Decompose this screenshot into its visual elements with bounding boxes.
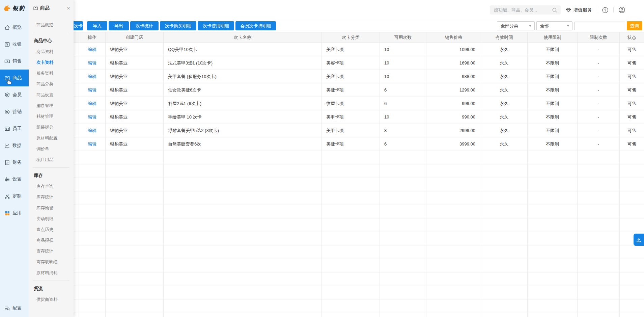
panel-item-inventory-query[interactable]: 库存查询 <box>29 181 74 192</box>
panel-item-change-detail[interactable]: 变动明细 <box>29 213 74 224</box>
import-button[interactable]: 导入 <box>87 21 107 30</box>
card-name-cell: 法式美甲3选1 (10次卡) <box>164 56 322 70</box>
limit-times-cell: - <box>578 70 620 83</box>
panel-item-stocktake-history[interactable]: 盘点历史 <box>29 224 74 235</box>
keyword-filter-input[interactable] <box>574 22 625 30</box>
table-row: 编辑 银豹美业 手绘美甲 10 次卡 美甲卡项 10 990.00 永久 不限制… <box>65 110 644 124</box>
empty-row <box>65 299 644 313</box>
validity-cell: 永久 <box>481 70 528 83</box>
yen-square-icon <box>4 42 10 47</box>
edit-link[interactable]: 编辑 <box>88 87 96 93</box>
col-header-category: 次卡分类 <box>322 32 380 43</box>
col-header-name: 次卡名称 <box>164 32 322 43</box>
sidebar-item-staff[interactable]: 员工 <box>0 120 29 137</box>
panel-item-deposit-stats[interactable]: 寄存统计 <box>29 246 74 257</box>
sidebar-item-cashier[interactable]: 收银 <box>0 36 29 53</box>
sidebar-item-sales[interactable]: 销售 <box>0 53 29 70</box>
col-header-price: 销售价格 <box>426 32 481 43</box>
value-added-services-button[interactable]: 增值服务 <box>565 7 592 13</box>
list-search-icon <box>4 306 10 311</box>
panel-item-inventory-stats[interactable]: 库存统计 <box>29 192 74 203</box>
search-icon <box>552 7 557 13</box>
usage-limit-cell: 不限制 <box>528 43 578 56</box>
category-cell: 纹眉卡项 <box>322 97 380 110</box>
sidebar-item-finance[interactable]: 财务 <box>0 154 29 171</box>
panel-item-raw-material-consumption[interactable]: 原材料消耗 <box>29 267 74 278</box>
query-button[interactable]: 查询 <box>627 21 642 30</box>
table-row: 编辑 银豹美业 QQ美甲10次卡 美容卡项 10 1099.00 永久 不限制 … <box>65 43 644 56</box>
panel-item-deposit-detail[interactable]: 寄存取明细 <box>29 257 74 267</box>
panel-item-card-data[interactable]: 次卡资料 <box>29 57 74 68</box>
sidebar-item-settings[interactable]: 设置 <box>0 171 29 188</box>
divider <box>597 7 597 12</box>
card-name-cell: QQ美甲10次卡 <box>164 43 322 56</box>
times-cell: 10 <box>380 56 426 70</box>
global-search-box[interactable] <box>490 5 561 15</box>
sidebar-item-customization[interactable]: 定制 <box>0 188 29 205</box>
sidebar-item-label: 配置 <box>12 305 22 311</box>
usage-limit-cell: 不限制 <box>528 97 578 110</box>
edit-link[interactable]: 编辑 <box>88 60 96 65</box>
limit-times-cell: - <box>578 137 620 151</box>
limit-times-cell: - <box>578 43 620 56</box>
new-card-button-clipped[interactable]: 次卡 <box>74 21 83 30</box>
card-stats-button[interactable]: 次卡统计 <box>130 21 159 30</box>
category-filter-select[interactable]: 全部分类 <box>497 21 535 30</box>
price-cell: 3999.00 <box>426 137 481 151</box>
download-float-button[interactable] <box>634 234 644 246</box>
panel-item-project-supplies[interactable]: 项目用品 <box>29 154 74 165</box>
sidebar-item-marketing[interactable]: 营销 <box>0 103 29 120</box>
panel-item-goods-data[interactable]: 商品资料 <box>29 46 74 57</box>
crossed-tools-icon <box>4 193 10 199</box>
edit-link[interactable]: 编辑 <box>88 101 96 106</box>
edit-link[interactable]: 编辑 <box>88 114 96 120</box>
sidebar-item-label: 定制 <box>12 193 22 199</box>
panel-item-goods-overview[interactable]: 商品概览 <box>29 20 74 30</box>
sidebar-item-label: 员工 <box>12 126 22 132</box>
panel-item-assembly-split[interactable]: 组装拆分 <box>29 122 74 133</box>
sidebar-item-data[interactable]: 数据 <box>0 137 29 154</box>
panel-item-raw-material-config[interactable]: 原材料配置 <box>29 133 74 143</box>
sidebar-item-apps[interactable]: 应用 <box>0 205 29 221</box>
empty-row <box>65 245 644 259</box>
account-icon[interactable] <box>618 6 625 14</box>
panel-item-goods-category[interactable]: 商品分类 <box>29 79 74 89</box>
close-icon[interactable]: × <box>67 5 70 11</box>
global-search-input[interactable] <box>493 7 550 13</box>
top-header-bar: 增值服务 <box>29 0 644 20</box>
sidebar-item-overview[interactable]: 概览 <box>0 19 29 36</box>
export-button[interactable]: 导出 <box>109 21 129 30</box>
table-row: 编辑 银豹美业 浮雕套餐美甲5选2 (3次卡) 美甲卡项 3 2999.00 永… <box>65 124 644 137</box>
sidebar-item-members[interactable]: 会员 <box>0 86 29 103</box>
usage-limit-cell: 不限制 <box>528 70 578 83</box>
panel-item-price-adjustment[interactable]: 调价单 <box>29 143 74 154</box>
house-icon <box>4 25 10 30</box>
usage-limit-cell: 不限制 <box>528 83 578 97</box>
card-table: 操作 创建门店 次卡名称 次卡分类 可用次数 销售价格 有效时间 使用限制 限制… <box>65 32 644 317</box>
sidebar-item-goods[interactable]: 商品 <box>0 70 29 86</box>
validity-cell: 永久 <box>481 97 528 110</box>
panel-item-service-data[interactable]: 服务资料 <box>29 68 74 79</box>
edit-link[interactable]: 编辑 <box>88 47 96 52</box>
edit-link[interactable]: 编辑 <box>88 128 96 133</box>
sidebar-item-config[interactable]: 配置 <box>0 301 33 315</box>
validity-cell: 永久 <box>481 124 528 137</box>
id-card-icon <box>4 126 10 132</box>
card-usage-detail-button[interactable]: 次卡使用明细 <box>198 21 234 30</box>
status-filter-select[interactable]: 全部 <box>536 21 572 30</box>
edit-link[interactable]: 编辑 <box>88 74 96 79</box>
member-card-holding-detail-button[interactable]: 会员次卡持明细 <box>235 21 276 30</box>
panel-item-inventory-warning[interactable]: 库存预警 <box>29 203 74 213</box>
card-purchase-detail-button[interactable]: 次卡购买明细 <box>160 21 196 30</box>
panel-item-goods-settings[interactable]: 商品设置 <box>29 89 74 100</box>
panel-item-consumables[interactable]: 耗材管理 <box>29 111 74 122</box>
panel-section-logistics: 货流 <box>29 283 74 294</box>
help-icon[interactable] <box>602 7 609 14</box>
panel-item-supplier-data[interactable]: 供货商资料 <box>29 294 74 305</box>
card-name-cell: 补眉2选1 (6次卡) <box>164 97 322 110</box>
panel-item-goods-damage[interactable]: 商品报损 <box>29 235 74 246</box>
edit-link[interactable]: 编辑 <box>88 141 96 147</box>
store-cell: 银豹美业 <box>106 83 164 97</box>
category-filter-value: 全部分类 <box>501 23 518 29</box>
panel-item-sort-management[interactable]: 排序管理 <box>29 100 74 111</box>
